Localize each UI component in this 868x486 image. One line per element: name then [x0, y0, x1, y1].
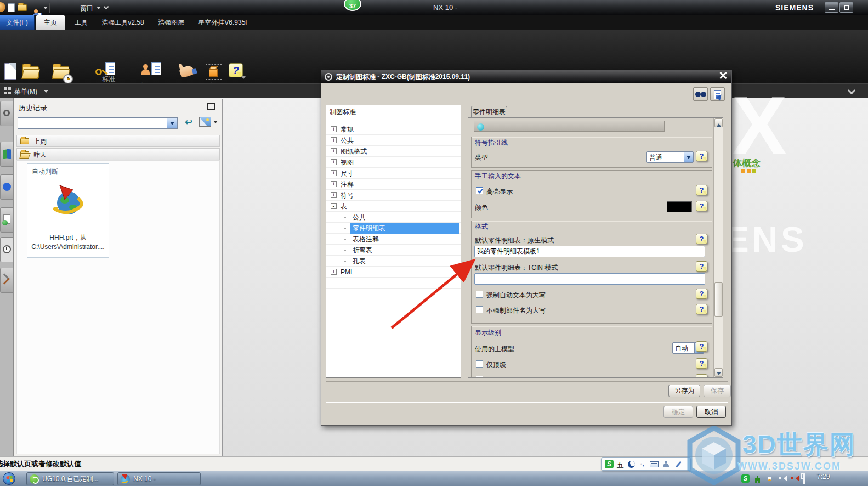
- top-only-checkbox[interactable]: [476, 360, 483, 368]
- tab-home[interactable]: 主页: [36, 15, 65, 30]
- help-icon[interactable]: ?: [696, 304, 707, 314]
- cancel-button[interactable]: 取消: [696, 406, 726, 418]
- tab-xingkong-plugin[interactable]: 星空外挂V6.935F: [193, 15, 254, 30]
- help-icon[interactable]: ?: [696, 185, 707, 195]
- nx-app-icon: [121, 474, 130, 484]
- history-back-button[interactable]: ↩: [181, 117, 196, 129]
- history-part-card[interactable]: 自动判断 HHH.prt，从 C:\Users\Administrator...…: [27, 163, 109, 258]
- tree-item-pmi[interactable]: +PMI: [326, 267, 461, 278]
- help-icon[interactable]: ?: [696, 358, 707, 369]
- user-wordlib-icon[interactable]: [663, 461, 669, 468]
- clipped-control[interactable]: [474, 121, 665, 132]
- minimize-button[interactable]: [825, 2, 838, 13]
- qat-more-commands-icon[interactable]: [104, 4, 109, 10]
- wrench-icon[interactable]: [675, 461, 682, 468]
- qat-window-label[interactable]: 窗口: [80, 4, 93, 13]
- history-filter-input[interactable]: [19, 118, 165, 128]
- qat-open-icon[interactable]: [18, 4, 27, 11]
- help-icon[interactable]: ?: [696, 234, 707, 244]
- resource-roles-button[interactable]: [0, 101, 13, 126]
- combobox-dropdown-icon[interactable]: [167, 118, 177, 128]
- resource-info-button[interactable]: [0, 174, 13, 200]
- save-as-button[interactable]: 另存为: [668, 385, 700, 397]
- tree-item-zhewanbiao[interactable]: 折弯表: [326, 245, 461, 256]
- start-button[interactable]: [3, 472, 15, 485]
- dialog-close-icon[interactable]: [717, 71, 729, 83]
- sogou-icon[interactable]: S: [605, 460, 614, 468]
- tree-item-shitu[interactable]: +视图: [326, 157, 461, 168]
- tray-sogou-icon[interactable]: S: [741, 474, 750, 483]
- find-standard-button[interactable]: [693, 87, 708, 101]
- moon-icon[interactable]: [628, 461, 635, 468]
- tab-file[interactable]: 文件(F): [0, 15, 35, 30]
- taskbar-app-ug[interactable]: UG10.0,自己定制...: [26, 472, 114, 485]
- tree-item-zhushi[interactable]: +注释: [326, 179, 461, 190]
- force-uppercase-checkbox[interactable]: [476, 291, 483, 298]
- tree-item-changgui[interactable]: +常规: [326, 124, 461, 135]
- restore-button[interactable]: [839, 2, 853, 13]
- help-icon[interactable]: ?: [696, 341, 707, 352]
- dialog-titlebar[interactable]: 定制制图标准 - ZXC-GB(制图标准2015.09.11): [321, 71, 731, 83]
- help-icon[interactable]: ?: [696, 201, 707, 211]
- keyboard-icon[interactable]: [650, 461, 659, 467]
- help-icon[interactable]: ?: [696, 151, 707, 161]
- resource-tools-button[interactable]: [0, 268, 13, 293]
- tree-item-gonggong[interactable]: +公共: [326, 135, 461, 146]
- panel-maximize-icon[interactable]: [207, 103, 215, 110]
- taskbar-app-nx[interactable]: NX 10 -: [117, 472, 201, 485]
- menu-button[interactable]: 菜单(M): [14, 87, 37, 97]
- tab-haoqiang-layers[interactable]: 浩强图层: [154, 15, 189, 30]
- qat-new-icon[interactable]: [8, 3, 15, 12]
- color-swatch[interactable]: [667, 201, 692, 212]
- ok-button[interactable]: 确定: [663, 406, 693, 418]
- menu-caret-icon[interactable]: [44, 90, 48, 95]
- tree-item-kongbiao[interactable]: 孔表: [326, 256, 461, 267]
- clipped-checkbox[interactable]: [476, 376, 483, 378]
- collapse-chevron-icon[interactable]: [848, 87, 855, 94]
- info-icon: [3, 183, 11, 191]
- resource-web-browser-button[interactable]: [0, 207, 13, 233]
- scroll-up-icon[interactable]: [714, 118, 723, 127]
- help-icon[interactable]: ?: [696, 289, 707, 299]
- resource-assembly-navigator-button[interactable]: [0, 142, 13, 167]
- highlight-checkbox[interactable]: [476, 187, 483, 194]
- native-template-input[interactable]: [474, 246, 705, 257]
- tree-item-biao-gonggong[interactable]: 公共: [326, 212, 461, 223]
- punctuation-icon[interactable]: ·,: [640, 459, 644, 467]
- dropdown-caret-icon: [213, 121, 218, 126]
- tree-item-biao[interactable]: -表: [326, 201, 461, 212]
- tray-network-icon[interactable]: [803, 474, 805, 484]
- tree-item-fuhao[interactable]: +符号: [326, 190, 461, 201]
- history-group-yesterday[interactable]: 昨天: [16, 148, 220, 160]
- scroll-down-icon[interactable]: [714, 368, 723, 377]
- tcin-template-input[interactable]: [474, 273, 705, 285]
- notification-badge[interactable]: 37: [344, 0, 361, 11]
- tree-item-chicun[interactable]: +尺寸: [326, 168, 461, 179]
- tab-tools[interactable]: 工具: [70, 15, 92, 30]
- qat-user-caret-icon[interactable]: [43, 7, 48, 12]
- qat-window-caret-icon[interactable]: [97, 7, 101, 12]
- tree-item-parts-list[interactable]: 零件明细表: [326, 223, 461, 234]
- scrollbar-thumb[interactable]: [714, 282, 723, 317]
- splash-letters-ens: ENS: [725, 219, 808, 260]
- help-icon[interactable]: ?: [696, 261, 707, 272]
- history-group-lastweek[interactable]: 上周: [16, 135, 220, 147]
- save-button[interactable]: 保存: [704, 385, 731, 397]
- history-view-mode-button[interactable]: [199, 116, 218, 129]
- document-edit-icon: [714, 90, 721, 99]
- taskbar-clock[interactable]: 7:29: [817, 473, 830, 481]
- help-icon[interactable]: ?: [696, 374, 707, 378]
- tab-haoqiang-tools[interactable]: 浩强工具v2.58: [97, 15, 149, 30]
- tab-parts-list[interactable]: 零件明细表: [471, 106, 507, 118]
- tree-item-biaogezhushi[interactable]: 表格注释: [326, 234, 461, 245]
- tree-item-tuzhigeshi[interactable]: +图纸格式: [326, 146, 461, 157]
- ime-wubi-mode[interactable]: 五: [617, 460, 624, 470]
- resource-history-button[interactable]: [0, 237, 13, 262]
- group-dialog-caret-icon[interactable]: [241, 76, 246, 81]
- leader-type-dropdown[interactable]: 普通: [646, 151, 694, 163]
- history-filter-combobox[interactable]: [18, 117, 178, 129]
- settings-scrollbar[interactable]: [713, 118, 723, 377]
- edit-report-button[interactable]: [710, 87, 725, 101]
- no-force-partname-checkbox[interactable]: [476, 306, 483, 313]
- customize-drafting-standard-dialog: 定制制图标准 - ZXC-GB(制图标准2015.09.11) 制图标准 +常规…: [321, 70, 732, 426]
